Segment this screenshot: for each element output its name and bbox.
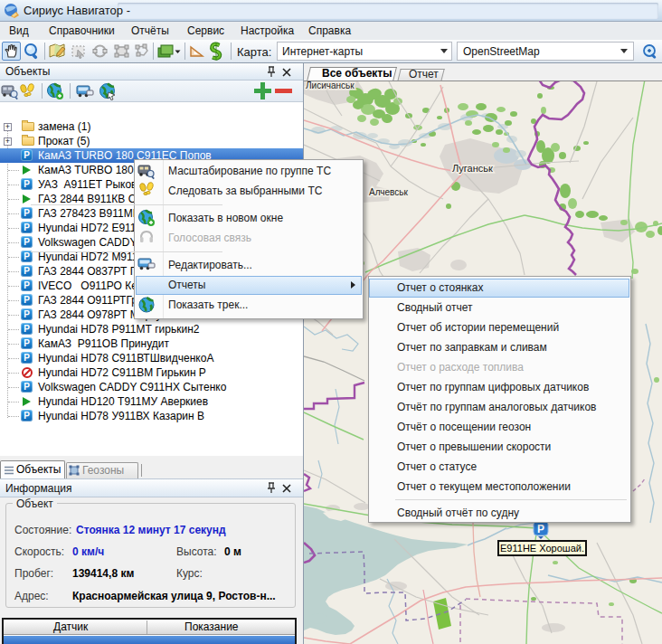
svg-text:Луганськ: Луганськ xyxy=(452,163,493,174)
svg-text:P: P xyxy=(537,523,544,535)
svg-text:Лисичанськ: Лисичанськ xyxy=(306,81,355,90)
svg-text:Алчевськ: Алчевськ xyxy=(369,187,408,197)
